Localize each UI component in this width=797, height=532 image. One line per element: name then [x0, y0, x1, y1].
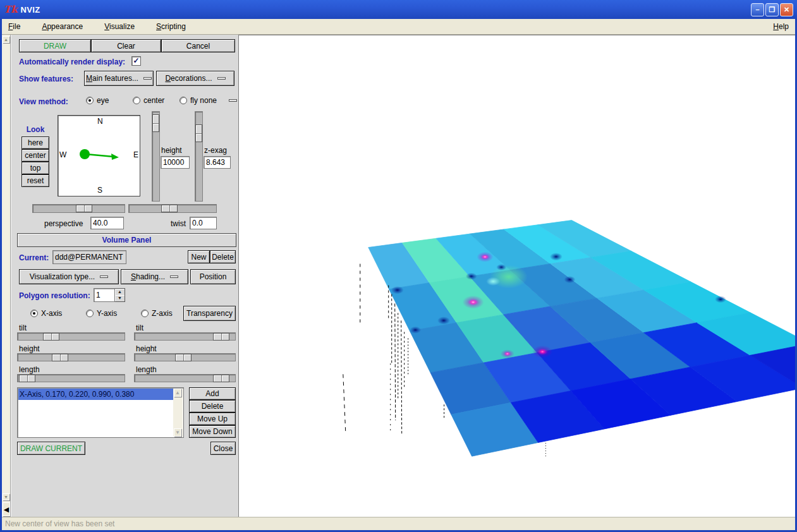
draw-current-button[interactable]: DRAW CURRENT — [17, 442, 85, 455]
maximize-button[interactable]: ❐ — [765, 3, 779, 16]
spin-up-icon[interactable]: ▲ — [115, 289, 125, 295]
minimize-button[interactable]: – — [751, 3, 764, 16]
slider-thumb[interactable] — [213, 375, 229, 382]
height-left-slider[interactable] — [17, 353, 125, 361]
perspective-slider[interactable] — [32, 204, 125, 213]
scroll-up-icon[interactable]: ▲ — [174, 389, 181, 397]
spinner-arrows[interactable]: ▲ ▼ — [115, 288, 125, 302]
polygon-resolution-input[interactable] — [94, 288, 115, 302]
length-left-label: length — [19, 365, 40, 374]
close-panel-button[interactable]: Close — [210, 442, 236, 455]
visualization-type-menubutton[interactable]: Visualization type... — [19, 269, 119, 284]
tk-app-icon: Tk — [4, 4, 18, 15]
radio-label: X-axis — [41, 309, 62, 318]
height-left-label: height — [19, 344, 40, 353]
x-axis-radio[interactable]: X-axis — [30, 309, 62, 318]
twist-slider[interactable] — [128, 204, 217, 213]
view-position-compass[interactable]: N S W E — [58, 115, 140, 196]
z-axis-radio[interactable]: Z-axis — [141, 309, 173, 318]
radio-icon — [179, 97, 187, 104]
move-down-button[interactable]: Move Down — [189, 425, 236, 438]
render-canvas[interactable] — [238, 35, 795, 517]
view-method-eye-radio[interactable]: eye — [86, 96, 109, 105]
new-button[interactable]: New — [188, 250, 210, 263]
titlebar[interactable]: Tk NVIZ – ❐ ✕ — [0, 0, 797, 19]
slider-thumb[interactable] — [175, 354, 192, 361]
window-title: NVIZ — [21, 5, 40, 15]
radio-icon — [30, 310, 38, 317]
panel-vertical-scrollbar[interactable]: ▲ ▼ ◀ — [2, 35, 10, 517]
tilt-right-slider[interactable] — [134, 332, 236, 341]
menu-visualize[interactable]: Visualize — [102, 21, 137, 32]
slider-thumb[interactable] — [19, 375, 35, 382]
scroll-down-icon[interactable]: ▼ — [174, 428, 181, 437]
listbox-scrollbar[interactable]: ▲ ▼ — [173, 389, 183, 437]
close-icon: ✕ — [784, 6, 789, 13]
close-button[interactable]: ✕ — [780, 3, 793, 16]
perspective-slider-thumb[interactable] — [76, 205, 92, 212]
tilt-right-label: tilt — [136, 323, 143, 332]
tilt-left-slider[interactable] — [17, 332, 125, 341]
menu-indicator-icon — [217, 77, 226, 80]
menu-help[interactable]: Help — [770, 21, 791, 32]
height-slider-thumb[interactable] — [152, 114, 159, 132]
scroll-left-icon[interactable]: ◀ — [3, 502, 10, 516]
radio-label: fly none — [190, 96, 217, 105]
menu-appearance[interactable]: Appearance — [39, 21, 85, 32]
look-center-button[interactable]: center — [21, 149, 49, 162]
zexag-slider[interactable] — [195, 111, 203, 202]
slider-thumb[interactable] — [213, 333, 229, 341]
compass-south-label: S — [97, 186, 102, 195]
delete-volume-button[interactable]: Delete — [210, 250, 236, 263]
view-method-fly-radio[interactable]: fly none — [179, 96, 217, 105]
height-right-slider[interactable] — [134, 353, 236, 361]
look-top-button[interactable]: top — [21, 162, 49, 174]
length-right-slider[interactable] — [134, 374, 236, 382]
slider-thumb[interactable] — [52, 354, 68, 361]
auto-render-checkbox[interactable]: ✓ — [131, 56, 141, 66]
volume-render[interactable] — [239, 35, 795, 517]
height-slider[interactable] — [152, 111, 160, 202]
twist-slider-thumb[interactable] — [161, 205, 178, 212]
radio-icon — [141, 310, 149, 317]
menu-scripting[interactable]: Scripting — [154, 21, 188, 32]
length-left-slider[interactable] — [17, 374, 125, 382]
slider-thumb[interactable] — [43, 333, 59, 341]
perspective-input[interactable] — [90, 217, 124, 229]
position-button[interactable]: Position — [190, 269, 236, 284]
spin-down-icon[interactable]: ▼ — [115, 295, 125, 301]
scroll-up-icon[interactable]: ▲ — [3, 36, 9, 43]
current-volume-input[interactable] — [52, 250, 126, 264]
visualization-type-label: Visualization type... — [30, 272, 95, 281]
y-axis-radio[interactable]: Y-axis — [86, 309, 117, 318]
look-reset-button[interactable]: reset — [21, 174, 49, 187]
radio-icon — [86, 97, 94, 104]
slice-listbox[interactable]: X-Axis, 0.170, 0.220, 0.990, 0.380 ▲ ▼ — [17, 387, 184, 438]
delete-button[interactable]: Delete — [189, 400, 236, 413]
clear-button[interactable]: Clear — [91, 39, 161, 52]
menu-file[interactable]: File — [6, 21, 23, 32]
scroll-down-icon[interactable]: ▼ — [3, 493, 9, 500]
view-method-label: View method: — [19, 97, 68, 106]
current-label: Current: — [19, 253, 49, 262]
cancel-button[interactable]: Cancel — [161, 39, 235, 52]
draw-button[interactable]: DRAW — [19, 39, 91, 52]
radio-label: eye — [97, 96, 109, 105]
zexag-slider-thumb[interactable] — [195, 124, 202, 142]
look-here-button[interactable]: here — [21, 136, 49, 149]
shading-menubutton[interactable]: Shading... — [121, 269, 188, 284]
fly-menu-indicator-icon[interactable] — [229, 99, 237, 102]
polygon-resolution-spinner[interactable]: ▲ ▼ — [94, 288, 125, 302]
view-method-center-radio[interactable]: center — [133, 96, 164, 105]
list-item[interactable]: X-Axis, 0.170, 0.220, 0.990, 0.380 — [18, 389, 173, 400]
height-input[interactable] — [161, 156, 190, 169]
add-button[interactable]: Add — [189, 387, 236, 400]
decorations-menubutton[interactable]: Decorations... — [156, 71, 234, 86]
zexag-input[interactable] — [204, 156, 231, 169]
menu-indicator-icon — [100, 275, 108, 278]
move-up-button[interactable]: Move Up — [189, 413, 236, 425]
compass-needle-icon — [58, 116, 141, 197]
transparency-button[interactable]: Transparency — [183, 306, 236, 321]
twist-input[interactable] — [190, 217, 217, 229]
main-features-menubutton[interactable]: Main features... — [84, 71, 154, 86]
